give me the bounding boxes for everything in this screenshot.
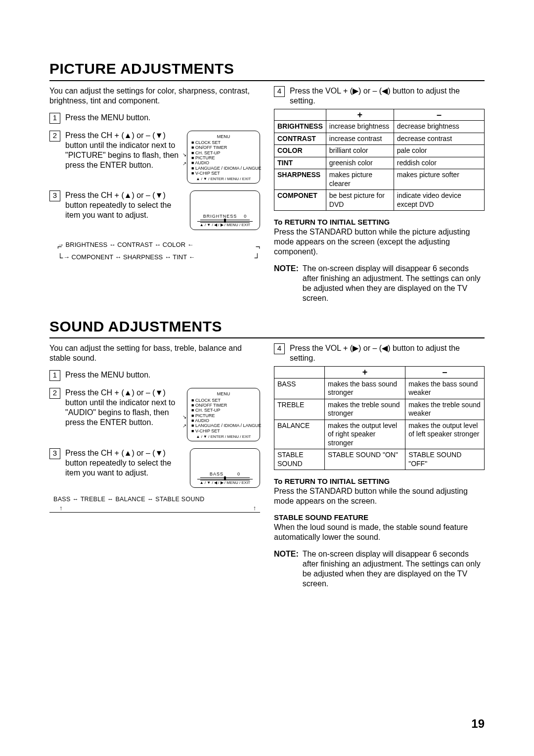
note-label: NOTE:: [274, 549, 299, 589]
plus-header: +: [326, 109, 394, 121]
cell: makes picture clearer: [326, 169, 394, 190]
table-row: BRIGHTNESSincrease brightnessdecrease br…: [274, 121, 485, 133]
picture-cycle-diagram: → BRIGHTNESS ↔ CONTRAST ↔ COLOR ← ⌐ ¬ └ …: [49, 239, 260, 263]
osd-item: ■ LANGUAGE / IDIOMA / LANGUE: [191, 423, 256, 428]
up-arrow-icon: ↑: [253, 505, 256, 513]
osd-level-label: BRIGHTNESS: [203, 214, 237, 219]
row-label: TINT: [274, 157, 326, 169]
return-heading-text: To RETURN TO INITIAL SETTING: [274, 218, 390, 226]
row-label: SHARPNESS: [274, 169, 326, 190]
osd-item: ■ AUDIO: [191, 160, 256, 165]
return-heading-text: To RETURN TO INITIAL SETTING: [274, 477, 390, 485]
cell: increase brightness: [326, 121, 394, 133]
sound-step3: 3 Press the CH + (▲) or – (▼) button rep…: [49, 448, 260, 488]
cycle-line2: → COMPONENT ↔ SHARPNESS ↔ TINT ←: [49, 251, 260, 264]
picture-step4: 4 Press the VOL + (▶) or – (◀) button to…: [274, 86, 485, 106]
step-text: Press the MENU button.: [65, 370, 260, 380]
osd-level-brightness: BRIGHTNESS 0 ▲ / ▼ / ◀ / ▶ / MENU / EXIT: [190, 190, 260, 230]
osd-item-label: AUDIO: [195, 160, 209, 165]
step-number: 2: [49, 131, 60, 142]
step-body: Press the CH + (▲) or – (▼) button repea…: [65, 190, 260, 230]
sound-cycle-diagram: BASS ↔ TREBLE ↔ BALANCE ↔ STABLE SOUND ↑…: [49, 496, 260, 513]
osd-item-label: CLOCK SET: [195, 140, 221, 145]
step-number: 4: [274, 343, 285, 354]
return-heading: To RETURN TO INITIAL SETTING: [274, 477, 485, 486]
row-label: TREBLE: [274, 399, 325, 420]
sound-intro: You can adjust the setting for bass, tre…: [49, 343, 260, 363]
return-body: Press the STANDARD button while the pict…: [274, 227, 485, 257]
cell: greenish color: [326, 157, 394, 169]
sound-step1: 1 Press the MENU button.: [49, 370, 260, 381]
cell: reddish color: [394, 157, 484, 169]
loop-arrow-icon: └: [57, 250, 63, 265]
step-number: 3: [49, 190, 60, 201]
osd-item-label: ON/OFF TIMER: [195, 145, 227, 150]
picture-step2: 2 Press the CH + (▲) or – (▼) button unt…: [49, 131, 260, 184]
osd-item-label: V-CHIP SET: [195, 171, 220, 176]
selector-arrow-icon: ↘: [182, 414, 186, 420]
cell: makes the output level of left speaker s…: [405, 420, 485, 449]
sound-note: NOTE: The on-screen display will disappe…: [274, 549, 485, 589]
selector-arrow-icon: ↘: [182, 152, 186, 158]
osd-item: ■ LANGUAGE / IDIOMA / LANGUE: [191, 166, 256, 171]
step-number: 1: [49, 370, 60, 381]
rule: [49, 337, 485, 338]
sound-step4: 4 Press the VOL + (▶) or – (◀) button to…: [274, 343, 485, 363]
cell: be best picture for DVD: [326, 190, 394, 211]
osd-item-label: AUDIO: [195, 418, 209, 423]
osd-item: ■ CLOCK SET: [191, 398, 256, 403]
cycle-line: BASS ↔ TREBLE ↔ BALANCE ↔ STABLE SOUND: [49, 496, 260, 504]
picture-step1: 1 Press the MENU button.: [49, 113, 260, 124]
table-header-row: + –: [274, 109, 485, 121]
cell: STABLE SOUND "OFF": [405, 449, 485, 470]
table-corner: [274, 109, 326, 121]
sound-adjust-table: + – BASSmakes the bass sound strongermak…: [274, 366, 485, 470]
picture-note: NOTE: The on-screen display will disappe…: [274, 264, 485, 303]
osd-menu-audio: MENU ■ CLOCK SET ■ ON/OFF TIMER ■ CH. SE…: [187, 388, 260, 441]
row-label: CONTRAST: [274, 133, 326, 145]
osd-item-label: LANGUAGE / IDIOMA / LANGUE: [195, 423, 262, 428]
osd-title: MENU: [191, 134, 256, 139]
cell: makes the bass sound weaker: [405, 378, 485, 399]
picture-left-col: You can adjust the settings for color, s…: [49, 86, 260, 303]
minus-header: –: [394, 109, 484, 121]
sound-right-col: 4 Press the VOL + (▶) or – (◀) button to…: [274, 343, 485, 589]
osd-item: ■ AUDIO: [191, 418, 256, 423]
step-number: 1: [49, 113, 60, 124]
step-body: Press the CH + (▲) or – (▼) button repea…: [65, 448, 260, 488]
heading-picture: PICTURE ADJUSTMENTS: [49, 59, 485, 78]
table-row: CONTRASTincrease contrastdecrease contra…: [274, 133, 485, 145]
cell: decrease brightness: [394, 121, 484, 133]
osd-menu-picture: MENU ■ CLOCK SET ■ ON/OFF TIMER ■ CH. SE…: [187, 131, 260, 184]
table-row: TINTgreenish colorreddish color: [274, 157, 485, 169]
osd-item: ■ CLOCK SET: [191, 140, 256, 145]
step-text: Press the MENU button.: [65, 113, 260, 123]
row-label: BALANCE: [274, 420, 325, 449]
cell: makes the bass sound stronger: [325, 378, 405, 399]
cell: makes picture softer: [394, 169, 484, 190]
step-number: 3: [49, 448, 60, 459]
row-label: BASS: [274, 378, 325, 399]
osd-item-label: PICTURE: [195, 413, 215, 418]
osd-item: ■ V-CHIP SET: [191, 171, 256, 176]
cell: pale color: [394, 145, 484, 157]
osd-item-label: ON/OFF TIMER: [195, 403, 227, 408]
note-body: The on-screen display will disappear 6 s…: [303, 549, 485, 589]
sound-columns: You can adjust the setting for bass, tre…: [49, 343, 485, 589]
table-corner: [274, 367, 325, 378]
row-label: STABLE SOUND: [274, 449, 325, 470]
cell: brilliant color: [326, 145, 394, 157]
step-body: Press the CH + (▲) or – (▼) button until…: [65, 388, 260, 441]
picture-right-col: 4 Press the VOL + (▶) or – (◀) button to…: [274, 86, 485, 303]
row-label: BRIGHTNESS: [274, 121, 326, 133]
picture-step3: 3 Press the CH + (▲) or – (▼) button rep…: [49, 190, 260, 230]
osd-item: ■ ON/OFF TIMER: [191, 403, 256, 408]
table-row: SHARPNESSmakes picture clearermakes pict…: [274, 169, 485, 190]
picture-adjust-table: + – BRIGHTNESSincrease brightnessdecreas…: [274, 109, 485, 211]
page-number: 19: [471, 716, 485, 731]
manual-page: PICTURE ADJUSTMENTS You can adjust the s…: [0, 0, 534, 756]
osd-level-label: BASS: [210, 472, 223, 476]
osd-level-value: 0: [237, 472, 240, 476]
cell: STABLE SOUND "ON": [325, 449, 405, 470]
osd-footer: ▲ / ▼ / ◀ / ▶ / MENU / EXIT: [197, 479, 253, 485]
